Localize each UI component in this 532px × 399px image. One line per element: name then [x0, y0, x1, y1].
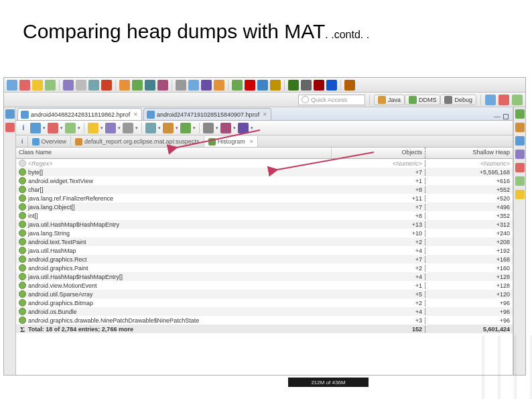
close-icon[interactable]: × [250, 138, 253, 145]
table-row[interactable]: java.util.HashMap$HashMapEntry+13+312 [16, 220, 513, 229]
table-row[interactable]: android.graphics.Rect+7+168 [16, 255, 513, 264]
table-row[interactable]: android.text.TextPaint+2+208 [16, 237, 513, 246]
toolbar-icon[interactable] [145, 80, 155, 91]
toolbar-icon[interactable] [201, 80, 212, 91]
toolbar-icon[interactable] [180, 123, 191, 133]
toolbar-icon[interactable] [105, 123, 116, 133]
minimize-icon[interactable]: — [494, 113, 501, 120]
view-icon[interactable] [515, 163, 525, 172]
info-tab[interactable]: i [17, 136, 28, 147]
close-icon[interactable]: × [133, 111, 137, 118]
chevron-down-icon[interactable]: ▾ [101, 125, 103, 131]
toolbar-icon[interactable] [45, 80, 56, 91]
chevron-down-icon[interactable]: ▾ [60, 125, 63, 131]
view-icon[interactable] [515, 190, 525, 199]
toolbar-icon[interactable] [326, 80, 337, 91]
sub-tab[interactable]: Overview [28, 136, 72, 147]
filter-heap[interactable]: <Numeric> [425, 160, 513, 167]
sub-tab[interactable]: Histogram× [204, 136, 258, 147]
chevron-down-icon[interactable]: ▾ [176, 125, 178, 131]
table-row[interactable]: char[]+8+552 [16, 185, 513, 194]
chevron-down-icon[interactable]: ▾ [233, 125, 236, 131]
toolbar-icon[interactable] [132, 80, 143, 91]
filter-objects[interactable]: <Numeric> [332, 160, 425, 167]
toolbar-icon[interactable] [220, 123, 231, 133]
toolbar-icon[interactable] [145, 123, 156, 133]
table-row[interactable]: java.util.HashMap+4+192 [16, 246, 513, 255]
table-row[interactable]: android.widget.TextView+1+616 [16, 176, 513, 185]
maximize-icon[interactable] [503, 114, 509, 119]
toolbar-icon[interactable] [232, 80, 243, 91]
toolbar-icon[interactable] [123, 123, 133, 133]
chevron-down-icon[interactable]: ▾ [158, 125, 161, 131]
table-row[interactable]: android.os.Bundle+4+96 [16, 307, 513, 316]
toolbar-icon[interactable] [76, 80, 86, 91]
chevron-down-icon[interactable]: ▾ [118, 125, 121, 131]
toolbar-icon[interactable] [498, 95, 509, 105]
toolbar-icon[interactable] [119, 80, 130, 91]
filter-row[interactable]: <Regex> <Numeric> <Numeric> [16, 159, 513, 168]
table-row[interactable]: android.view.MotionEvent+1+128 [16, 281, 513, 290]
table-row[interactable]: android.graphics.drawable.NinePatchDrawa… [16, 316, 513, 325]
sub-tab[interactable]: default_report org.eclipse.mat.api:suspe… [71, 136, 204, 147]
table-row[interactable]: android.graphics.Paint+2+160 [16, 264, 513, 272]
toolbar-icon[interactable] [176, 80, 186, 91]
column-class-name[interactable]: Class Name [16, 148, 332, 158]
column-shallow-heap[interactable]: Shallow Heap [425, 148, 513, 158]
close-icon[interactable]: × [263, 111, 267, 118]
toolbar-icon[interactable] [245, 80, 255, 91]
toolbar-icon[interactable] [88, 80, 99, 91]
toolbar-icon[interactable] [512, 95, 523, 105]
toolbar-icon[interactable] [214, 80, 224, 91]
chevron-down-icon[interactable]: ▾ [135, 125, 138, 131]
table-row[interactable]: byte[]+7+5,595,168 [16, 168, 513, 176]
perspective-java[interactable]: Java [374, 95, 405, 105]
toolbar-icon[interactable] [288, 80, 299, 91]
perspective-ddms[interactable]: DDMS [405, 95, 441, 105]
editor-tab[interactable]: android24747191028515840907.hprof× [143, 108, 271, 120]
chevron-down-icon[interactable]: ▾ [193, 125, 196, 131]
toolbar-icon[interactable] [485, 95, 496, 105]
table-row[interactable]: java.util.HashMap$HashMapEntry[]+4+128 [16, 272, 513, 281]
toolbar-icon[interactable] [188, 80, 199, 91]
toolbar-icon[interactable] [32, 80, 43, 91]
toolbar-icon[interactable] [30, 123, 41, 133]
toolbar-icon[interactable] [63, 80, 74, 91]
toolbar-icon[interactable] [301, 80, 312, 91]
chevron-down-icon[interactable]: ▾ [78, 125, 80, 131]
view-icon[interactable] [5, 109, 15, 119]
perspective-debug[interactable]: Debug [440, 95, 476, 105]
view-icon[interactable] [515, 176, 525, 186]
view-icon[interactable] [515, 150, 525, 159]
info-icon[interactable]: i [19, 124, 28, 131]
toolbar-icon[interactable] [48, 123, 58, 133]
toolbar-icon[interactable] [270, 80, 281, 91]
toolbar-icon[interactable] [157, 80, 168, 91]
table-row[interactable]: int[]+8+352 [16, 211, 513, 220]
view-icon[interactable] [515, 123, 525, 132]
toolbar-icon[interactable] [7, 80, 17, 91]
toolbar-icon[interactable] [163, 123, 174, 133]
toolbar-icon[interactable] [314, 80, 324, 91]
editor-tab[interactable]: android4048822428311819862.hprof× [17, 108, 142, 120]
column-objects[interactable]: Objects [332, 148, 425, 158]
view-icon[interactable] [515, 109, 525, 119]
view-icon[interactable] [515, 136, 525, 146]
table-row[interactable]: java.lang.String+10+240 [16, 229, 513, 237]
quick-access-input[interactable]: Quick Access [298, 95, 365, 105]
toolbar-icon[interactable] [101, 80, 112, 91]
toolbar-icon[interactable] [88, 123, 98, 133]
chevron-down-icon[interactable]: ▾ [216, 125, 218, 131]
table-row[interactable]: android.graphics.Bitmap+2+96 [16, 298, 513, 307]
chevron-down-icon[interactable]: ▾ [251, 125, 253, 131]
toolbar-icon[interactable] [238, 123, 249, 133]
toolbar-icon[interactable] [19, 80, 30, 91]
view-icon[interactable] [5, 123, 15, 132]
table-row[interactable]: java.lang.ref.FinalizerReference+11+520 [16, 194, 513, 203]
chevron-down-icon[interactable]: ▾ [43, 125, 46, 131]
toolbar-icon[interactable] [65, 123, 76, 133]
toolbar-icon[interactable] [257, 80, 268, 91]
table-row[interactable]: java.lang.Object[]+7+496 [16, 203, 513, 211]
toolbar-icon[interactable] [203, 123, 214, 133]
toolbar-icon[interactable] [344, 80, 355, 91]
